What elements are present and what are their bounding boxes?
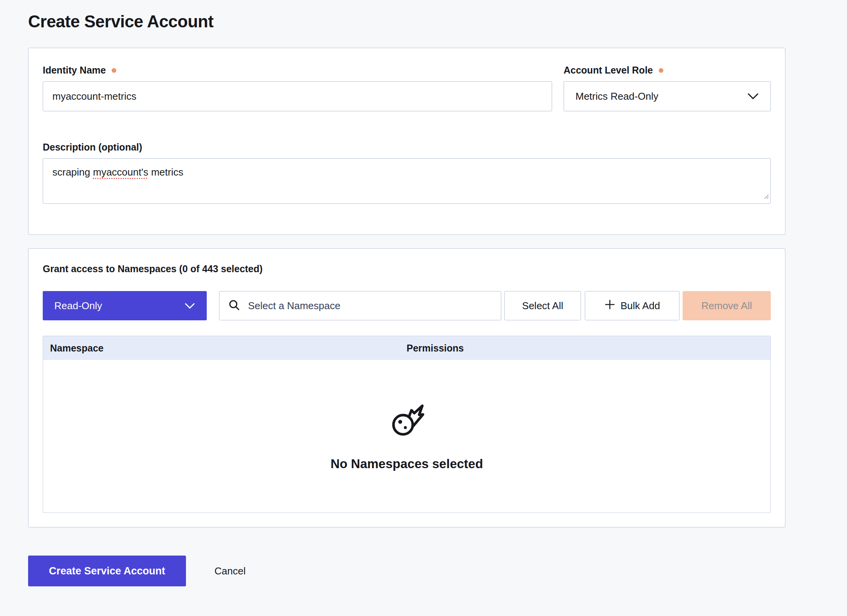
namespace-table: Namespace Permissions No Namespaces sele…	[43, 336, 771, 513]
create-service-account-page: Create Service Account Identity Name Acc…	[0, 0, 847, 586]
bulk-add-button[interactable]: Bulk Add	[585, 291, 680, 320]
required-dot	[659, 68, 663, 73]
permissions-column-header: Permissions	[407, 343, 770, 354]
comet-icon	[390, 402, 424, 440]
description-text: metrics	[148, 166, 183, 178]
identity-name-field: Identity Name	[43, 64, 552, 111]
identity-name-input[interactable]	[43, 81, 552, 111]
description-text: scraping	[52, 166, 93, 178]
account-level-role-field: Account Level Role Metrics Read-Only	[564, 64, 771, 111]
identity-name-label: Identity Name	[43, 65, 106, 76]
identity-card: Identity Name Account Level Role Metrics…	[28, 48, 785, 235]
description-label: Description (optional)	[43, 142, 142, 153]
plus-icon	[604, 299, 615, 313]
namespaces-card: Grant access to Namespaces (0 of 443 sel…	[28, 248, 785, 527]
form-actions: Create Service Account Cancel	[28, 556, 847, 586]
account-level-role-label: Account Level Role	[564, 65, 653, 76]
namespace-search[interactable]	[219, 291, 501, 320]
chevron-down-icon	[184, 300, 195, 312]
account-level-role-value: Metrics Read-Only	[576, 90, 658, 102]
namespaces-toolbar: Read-Only Select All	[43, 291, 771, 320]
namespace-table-body: No Namespaces selected	[43, 360, 770, 512]
required-dot	[112, 68, 116, 73]
search-icon	[228, 299, 240, 313]
permission-dropdown-value: Read-Only	[54, 300, 102, 312]
cancel-button[interactable]: Cancel	[212, 565, 248, 578]
account-level-role-select[interactable]: Metrics Read-Only	[564, 81, 771, 111]
permission-dropdown[interactable]: Read-Only	[43, 291, 207, 320]
empty-state-text: No Namespaces selected	[330, 457, 483, 471]
description-text-misspelled: myaccount's	[93, 166, 149, 178]
namespace-search-input[interactable]	[247, 300, 496, 312]
namespace-column-header: Namespace	[43, 343, 407, 354]
select-all-button[interactable]: Select All	[504, 291, 581, 320]
description-field: Description (optional) scraping myaccoun…	[43, 141, 771, 204]
bulk-add-label: Bulk Add	[621, 300, 660, 312]
resize-handle-icon[interactable]	[762, 190, 769, 202]
create-service-account-button[interactable]: Create Service Account	[28, 556, 186, 586]
grant-access-title: Grant access to Namespaces (0 of 443 sel…	[43, 263, 771, 275]
namespace-table-header: Namespace Permissions	[43, 336, 770, 360]
remove-all-button[interactable]: Remove All	[683, 291, 771, 320]
chevron-down-icon	[747, 90, 759, 102]
description-textarea[interactable]: scraping myaccount's metrics	[43, 158, 771, 204]
page-title: Create Service Account	[28, 12, 847, 32]
